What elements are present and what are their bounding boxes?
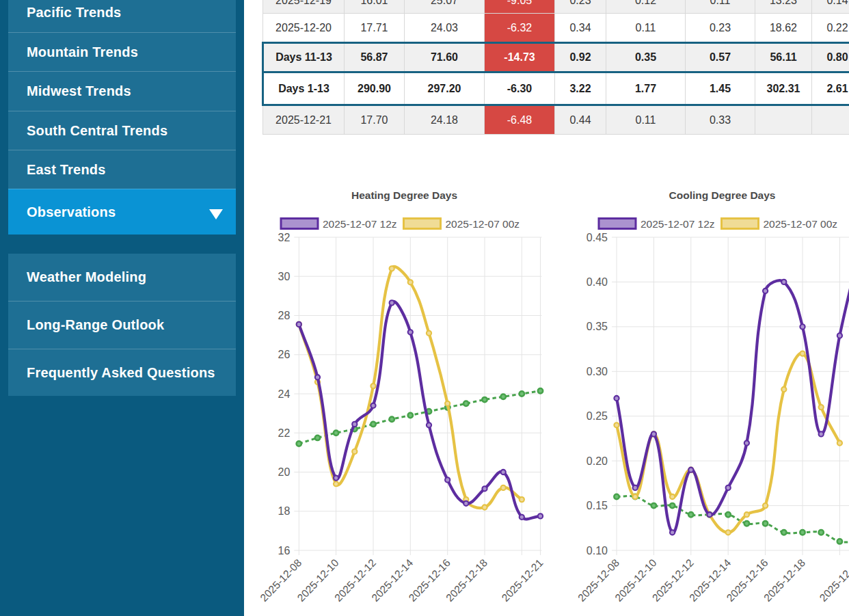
svg-text:30: 30 (278, 271, 291, 282)
svg-text:Cooling Degree Days: Cooling Degree Days (669, 189, 776, 201)
svg-text:16: 16 (278, 545, 291, 557)
svg-text:2025-12-07 12z: 2025-12-07 12z (641, 218, 715, 230)
svg-text:0.15: 0.15 (587, 500, 608, 511)
svg-text:2025-12-21: 2025-12-21 (817, 557, 849, 604)
svg-text:26: 26 (278, 349, 291, 360)
svg-text:0.40: 0.40 (587, 276, 608, 288)
svg-text:0.20: 0.20 (587, 455, 608, 467)
svg-text:0.25: 0.25 (587, 410, 608, 422)
svg-text:0.10: 0.10 (587, 545, 608, 557)
svg-text:20: 20 (278, 466, 291, 478)
svg-text:32: 32 (278, 232, 291, 243)
svg-text:0.35: 0.35 (587, 321, 608, 332)
svg-text:2025-12-07 00z: 2025-12-07 00z (764, 218, 838, 230)
svg-text:2025-12-07 00z: 2025-12-07 00z (446, 218, 520, 230)
svg-text:2025-12-21: 2025-12-21 (499, 557, 545, 604)
svg-text:0.30: 0.30 (587, 366, 608, 377)
svg-text:24: 24 (278, 388, 291, 400)
svg-text:Heating Degree Days: Heating Degree Days (351, 189, 457, 201)
svg-text:2025-12-07 12z: 2025-12-07 12z (323, 218, 397, 230)
svg-text:0.45: 0.45 (587, 232, 608, 243)
svg-text:28: 28 (278, 310, 291, 321)
svg-text:18: 18 (278, 505, 291, 517)
svg-text:22: 22 (278, 427, 291, 439)
